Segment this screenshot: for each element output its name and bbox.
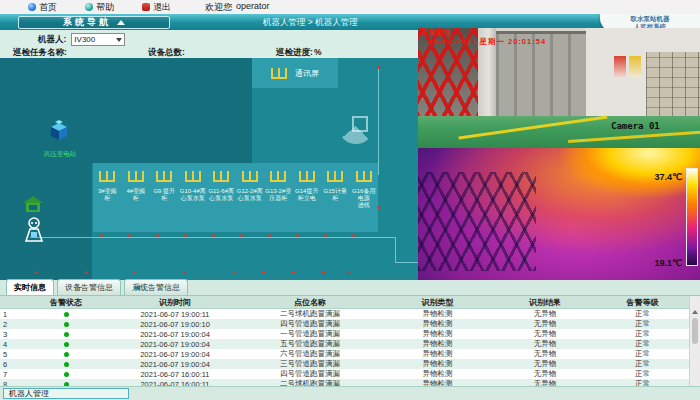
inspection-point-marker bbox=[268, 234, 271, 237]
help-icon bbox=[85, 3, 93, 11]
header-alarm-level: 告警等级 bbox=[595, 297, 690, 308]
device-label-line1: G16备用电源 bbox=[350, 188, 379, 202]
robot-icon[interactable] bbox=[22, 216, 46, 250]
info-tab[interactable]: 设备告警信息 bbox=[57, 279, 121, 295]
map-room-region bbox=[0, 58, 252, 163]
device-item[interactable]: G14提升 柜立电 bbox=[293, 163, 322, 232]
device-item[interactable]: G12-2#离 心泵水泵 bbox=[236, 163, 265, 232]
chevron-down-icon bbox=[116, 38, 122, 42]
point-name: 二号球机跑冒滴漏 bbox=[240, 309, 380, 319]
map-wall-line bbox=[395, 262, 418, 263]
menu-logout[interactable]: 退出 bbox=[142, 1, 171, 14]
status-cell bbox=[22, 350, 110, 359]
min-temperature: 19.1℃ bbox=[654, 258, 682, 268]
inspection-point-marker bbox=[184, 234, 187, 237]
map-wall-line bbox=[395, 237, 396, 262]
info-tab[interactable]: 实时信息 bbox=[6, 279, 54, 295]
table-row[interactable]: 8 2021-06-07 16:00:11 二号球机跑冒滴漏 异物检测 无异物 … bbox=[0, 379, 700, 386]
device-item[interactable]: G10-4#离 心泵水泵 bbox=[179, 163, 208, 232]
menu-home[interactable]: 首页 bbox=[28, 1, 57, 14]
device-label-line1: G11-6#离 bbox=[208, 188, 234, 195]
table-row[interactable]: 5 2021-06-07 19:00:04 六号管道跑冒滴漏 异物检测 无异物 … bbox=[0, 349, 700, 359]
cabinet-icon bbox=[213, 171, 229, 182]
cabinet-icon bbox=[156, 171, 172, 182]
system-nav-label: 系统导航 bbox=[63, 16, 111, 29]
scroll-thumb[interactable] bbox=[692, 318, 698, 344]
point-name: 三号管道跑冒滴漏 bbox=[240, 359, 380, 369]
table-header-row: 告警状态 识别时间 点位名称 识别类型 识别结果 告警等级 bbox=[0, 296, 700, 309]
hv-station-icon[interactable] bbox=[47, 120, 71, 146]
recognition-type: 异物检测 bbox=[380, 319, 495, 329]
recognition-type: 异物检测 bbox=[380, 359, 495, 369]
table-row[interactable]: 7 2021-06-07 16:00:11 四号管道跑冒滴漏 异物检测 无异物 … bbox=[0, 369, 700, 379]
cabinet-icon bbox=[270, 171, 286, 182]
recognition-time: 2021-06-07 19:00:04 bbox=[110, 340, 240, 349]
table-row[interactable]: 3 2021-06-07 19:00:04 一号管道跑冒滴漏 异物检测 无异物 … bbox=[0, 329, 700, 339]
menu-help[interactable]: 帮助 bbox=[85, 1, 114, 14]
status-dot bbox=[64, 322, 69, 327]
point-name: 四号管道跑冒滴漏 bbox=[240, 319, 380, 329]
robot-management-task-button[interactable]: 机器人管理 bbox=[3, 388, 129, 399]
cabinet-icon bbox=[242, 171, 258, 182]
device-label-line1: G9 提升 bbox=[153, 188, 175, 195]
map-path-line bbox=[378, 67, 379, 175]
device-item[interactable]: G16备用电源 进线 bbox=[350, 163, 379, 232]
row-number: 7 bbox=[0, 370, 22, 379]
cabinet-icon bbox=[99, 171, 115, 182]
inspection-point-marker bbox=[156, 234, 159, 237]
camera-timestamp: 06-07-2021 星期一 20:01:54 bbox=[428, 37, 546, 47]
recognition-result: 无异物 bbox=[495, 319, 595, 329]
device-item[interactable]: G9 提升 柜 bbox=[150, 163, 179, 232]
device-item[interactable]: G13-2#变 压器柜 bbox=[264, 163, 293, 232]
comm-screen-device[interactable]: 通讯屏 bbox=[252, 58, 338, 88]
wall-poster bbox=[614, 56, 626, 78]
inspection-point-marker bbox=[85, 271, 88, 274]
inspection-point-marker bbox=[262, 271, 265, 274]
recognition-type: 异物检测 bbox=[380, 309, 495, 319]
inspection-point-marker bbox=[233, 271, 236, 274]
menu-logout-label: 退出 bbox=[153, 1, 171, 14]
welcome-text: 欢迎您 operator bbox=[205, 1, 270, 14]
device-item[interactable]: G15计量 柜 bbox=[321, 163, 350, 232]
wall-poster bbox=[629, 56, 641, 78]
app-root: 首页 帮助 退出 欢迎您 operator 系统导航 机器人管理 > 机器人管理… bbox=[0, 0, 700, 400]
recognition-result: 无异物 bbox=[495, 309, 595, 319]
device-label-line2: 压器柜 bbox=[269, 195, 287, 202]
device-item[interactable]: 3#变频 柜 bbox=[93, 163, 122, 232]
speaker-icon[interactable] bbox=[134, 283, 144, 293]
device-label-line1: G14提升 bbox=[295, 188, 318, 195]
recognition-result: 无异物 bbox=[495, 369, 595, 379]
table-row[interactable]: 4 2021-06-07 19:00:04 五号管道跑冒滴漏 异物检测 无异物 … bbox=[0, 339, 700, 349]
inspection-point-marker bbox=[133, 271, 136, 274]
recognition-time: 2021-06-07 19:00:04 bbox=[110, 350, 240, 359]
system-nav-button[interactable]: 系统导航 bbox=[18, 16, 170, 29]
alarm-level: 正常 bbox=[595, 339, 690, 349]
robot-select[interactable]: IV300 bbox=[71, 33, 125, 46]
device-label-line2: 柜 bbox=[332, 195, 338, 202]
charging-station-icon bbox=[26, 203, 40, 212]
table-row[interactable]: 1 2021-06-07 19:00:11 二号球机跑冒滴漏 异物检测 无异物 … bbox=[0, 309, 700, 319]
recognition-time: 2021-06-07 19:00:11 bbox=[110, 310, 240, 319]
alarm-level: 正常 bbox=[595, 309, 690, 319]
device-item[interactable]: 4#变频 柜 bbox=[122, 163, 151, 232]
status-dot bbox=[64, 372, 69, 377]
point-name: 四号管道跑冒滴漏 bbox=[240, 369, 380, 379]
alarm-level: 正常 bbox=[595, 379, 690, 386]
table-row[interactable]: 2 2021-06-07 19:00:10 四号管道跑冒滴漏 异物检测 无异物 … bbox=[0, 319, 700, 329]
row-number: 6 bbox=[0, 360, 22, 369]
table-body: 1 2021-06-07 19:00:11 二号球机跑冒滴漏 异物检测 无异物 … bbox=[0, 309, 700, 386]
device-item[interactable]: G11-6#离 心泵水泵 bbox=[207, 163, 236, 232]
alarm-level: 正常 bbox=[595, 329, 690, 339]
device-label-line2: 心泵水泵 bbox=[209, 195, 233, 202]
recognition-result: 无异物 bbox=[495, 359, 595, 369]
table-row[interactable]: 6 2021-06-07 19:00:04 三号管道跑冒滴漏 异物检测 无异物 … bbox=[0, 359, 700, 369]
table-scrollbar[interactable] bbox=[689, 296, 700, 386]
inspection-point-marker bbox=[292, 271, 295, 274]
inspection-point-marker bbox=[324, 234, 327, 237]
device-row: 3#变频 柜 4#变频 柜 G9 提升 柜 G10-4#离 bbox=[93, 163, 378, 232]
switchgear-bank bbox=[646, 52, 700, 118]
header-recognition-time: 识别时间 bbox=[110, 297, 240, 308]
scroll-up-icon bbox=[692, 310, 698, 314]
alarm-level: 正常 bbox=[595, 349, 690, 359]
camera-name-label: Camera 01 bbox=[611, 121, 660, 131]
